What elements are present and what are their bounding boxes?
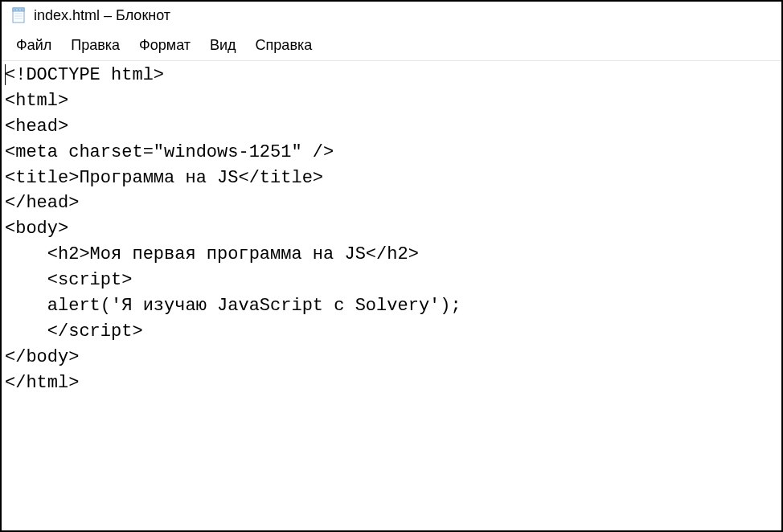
text-cursor [5,64,6,85]
menu-format[interactable]: Формат [129,35,200,55]
code-line: <h2>Моя первая программа на JS</h2> [5,244,419,264]
menu-edit[interactable]: Правка [61,35,129,55]
code-line: <body> [5,219,68,239]
text-editor-area[interactable]: <!DOCTYPE html> <html> <head> <meta char… [2,61,781,530]
code-line: </head> [5,193,79,213]
menu-view[interactable]: Вид [200,35,246,55]
title-bar: index.html – Блокнот [2,2,781,29]
code-line: <head> [5,117,68,137]
code-line: </script> [5,321,143,342]
code-line: </html> [5,373,79,393]
menu-bar: Файл Правка Формат Вид Справка [2,29,781,61]
code-content: <!DOCTYPE html> <html> <head> <meta char… [5,63,778,396]
code-line: <title>Программа на JS</title> [5,168,323,188]
code-line: <meta charset="windows-1251" /> [5,142,334,162]
svg-point-3 [18,9,18,10]
notepad-icon [10,6,27,24]
notepad-window: index.html – Блокнот Файл Правка Формат … [0,0,783,532]
svg-point-4 [21,9,22,10]
window-title: index.html – Блокнот [34,7,170,24]
code-line: alert('Я изучаю JavaScript с Solvery'); [5,296,461,316]
code-line: <script> [5,270,132,290]
code-line: </body> [5,347,79,367]
menu-help[interactable]: Справка [246,35,322,55]
svg-point-2 [14,9,15,10]
code-line: <!DOCTYPE html> [5,65,164,85]
code-line: <html> [5,91,68,111]
menu-file[interactable]: Файл [6,35,61,55]
